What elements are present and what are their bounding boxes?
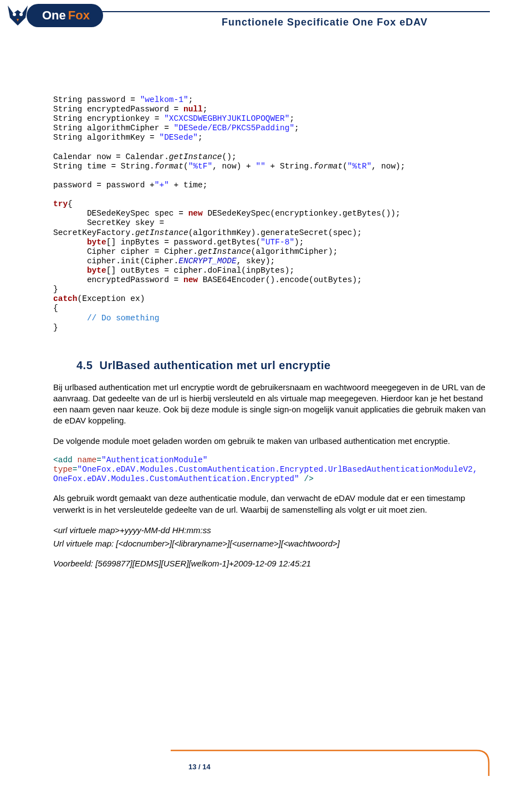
section-number: 4.5 [76, 359, 93, 371]
logo-word-1: One [42, 8, 66, 23]
svg-point-0 [13, 13, 16, 16]
paragraph-1: Bij urlbased authentication met url encr… [53, 382, 488, 427]
logo: One Fox [6, 3, 103, 28]
paragraph-2: De volgende module moet geladen worden o… [53, 436, 488, 447]
section-title: UrlBased authentication met url encrypti… [99, 359, 330, 371]
logo-text: One Fox [27, 4, 103, 27]
header-rule [71, 11, 490, 12]
page-content: String password = "welkom-1"; String enc… [53, 95, 488, 578]
footer-rule [166, 746, 493, 776]
url-example: Voorbeeld: [5699877][EDMS][USER][welkom-… [53, 558, 488, 569]
section-heading: 4.5 UrlBased authentication met url encr… [76, 359, 488, 372]
document-title: Functionele Specificatie One Fox eDAV [222, 17, 428, 28]
code-block: String password = "welkom-1"; String enc… [53, 95, 488, 333]
page-number: 13 / 14 [188, 763, 211, 771]
xml-snippet: <add name="AuthenticationModule" type="O… [53, 456, 488, 484]
svg-point-1 [19, 13, 23, 16]
url-spec-1: <url virtuele map>+yyyy-MM-dd HH:mm:ss [53, 524, 488, 536]
paragraph-3: Als gebruik wordt gemaakt van deze authe… [53, 493, 488, 515]
url-spec-2: Url virtuele map: [<docnumber>][<library… [53, 538, 488, 549]
fox-icon [6, 3, 30, 28]
logo-word-2: Fox [68, 8, 90, 23]
